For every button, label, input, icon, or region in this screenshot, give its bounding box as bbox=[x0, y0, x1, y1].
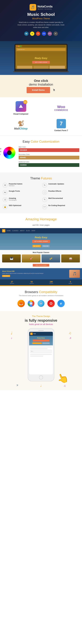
hero-subtitle: WordPress Theme bbox=[3, 18, 79, 20]
main-color-row: Main Color: #DA4E45 bbox=[19, 146, 79, 152]
phone-input: En... bbox=[30, 350, 52, 353]
futures-item-docs: ✎ Well Documented bbox=[42, 197, 79, 202]
secondary-color-bar[interactable]: #DA4E1 bbox=[19, 156, 79, 160]
updates-text: Automatic Updates bbox=[48, 183, 64, 185]
safari-icon bbox=[38, 300, 45, 307]
color-section-heading: Easy Color Customization bbox=[3, 140, 79, 144]
phone-line-2 bbox=[30, 348, 48, 349]
browsers-row: 🦊 bbox=[3, 300, 79, 307]
stat-courses: 190 Courses bbox=[49, 281, 53, 284]
preview-card-1: 🎹 bbox=[2, 254, 21, 262]
stat-awards-num: 5 bbox=[69, 281, 72, 283]
nav-shop: SHOP bbox=[32, 230, 35, 232]
contact-form-7-plugin: 7 Contact Form 7 bbox=[43, 119, 79, 132]
futures-item-updates: ↻ Automatic Updates bbox=[42, 183, 79, 188]
plugins-section: 534 Visual Composer Woo COMMERCE 🐒 MailC… bbox=[0, 97, 82, 136]
firefox-icon: 🦊 bbox=[18, 300, 25, 307]
hero-logo: 🎵 NotaCorda music school bbox=[3, 4, 79, 11]
updates-title: Automatic Updates bbox=[48, 183, 64, 185]
admin-subtitle: Interface bbox=[9, 185, 22, 186]
stat-teachers: 54 Teachers bbox=[30, 281, 34, 284]
stat-awards-label: Awards bbox=[69, 283, 72, 284]
mailchimp-label: MailChimp bbox=[14, 127, 28, 130]
stat-teachers-label: Teachers bbox=[30, 283, 34, 284]
opera-icon: O bbox=[48, 300, 55, 307]
phone-line-3 bbox=[30, 354, 52, 355]
futures-item-seo: 🔒 SEO Optimized bbox=[3, 204, 40, 209]
nav-blog: BLOG bbox=[26, 230, 30, 232]
fonts-icon: Ac bbox=[3, 190, 8, 195]
card-img-2: 🎸 bbox=[22, 254, 40, 262]
phone-logo: N bbox=[30, 332, 32, 335]
vc-badge: 534 bbox=[23, 100, 27, 104]
visual-composer-plugin: 534 Visual Composer bbox=[3, 101, 39, 115]
theme-futures-section: Theme Futures ⚙ Powerfull Admin Interfac… bbox=[0, 172, 82, 213]
phone-mockup: N Nota Realy Easy bbox=[28, 328, 54, 382]
phone-screen: N Nota Realy Easy bbox=[29, 332, 53, 374]
cf7-label: Contact Form 7 bbox=[54, 129, 68, 132]
hero-title: Music School bbox=[3, 12, 79, 17]
phone-nav: N Nota bbox=[29, 332, 53, 336]
homepages-text: Amazing Homepages bbox=[9, 197, 17, 201]
preview-cta-button: GET A FREE LESSON bbox=[32, 240, 50, 243]
mailchimp-icon: 🐒 bbox=[18, 120, 24, 126]
preview-nav: N HOME CLASSES ABOUT BLOG SHOP bbox=[0, 228, 82, 234]
futures-title: Theme Futures bbox=[30, 176, 52, 180]
music-notes-left: ♩ ♪ bbox=[11, 331, 12, 340]
one-click-section: One click demo Installation Install Demo… bbox=[0, 75, 82, 97]
homepage-header: Amazing Homepage and 32+ inner pages bbox=[0, 213, 82, 228]
preview-btn-2: More info bbox=[42, 245, 50, 247]
additional-color-row: Additional Color: #G25034 bbox=[19, 161, 79, 167]
additional-color-label: Additional Color: bbox=[19, 161, 79, 163]
preview-cards: 🎹 🎸 🎺 🥁 bbox=[2, 254, 80, 262]
woocommerce-plugin: Woo COMMERCE bbox=[43, 105, 79, 112]
color-numbers: 240 306 94 bbox=[0, 148, 1, 156]
about-desc: Lorem ipsum dolor sit amet consectetur a… bbox=[2, 272, 68, 274]
stat-students-label: Students bbox=[10, 283, 14, 284]
color-wheel[interactable] bbox=[3, 147, 15, 159]
responsive-looks: looks great on all devices bbox=[8, 323, 74, 326]
responsive-content: The Theme Design is fully responsive loo… bbox=[3, 315, 79, 382]
responsive-main-title: is fully responsive bbox=[8, 318, 74, 322]
card-img-1: 🎹 bbox=[2, 254, 21, 262]
install-demo-button[interactable]: Install Demo bbox=[26, 87, 50, 93]
html5-icon: H5 bbox=[36, 32, 40, 36]
hero-section: 🎵 NotaCorda music school Music School Wo… bbox=[0, 0, 82, 41]
visual-composer-label: Visual Composer bbox=[13, 113, 28, 115]
preview-classes-section: Most Popular Classes 🎹 🎸 🎺 🥁 VIEW ALL CL… bbox=[0, 250, 82, 268]
phone-speaker bbox=[38, 330, 44, 331]
phone-nav-text: Nota bbox=[34, 333, 36, 334]
homepages-subtitle: Homepages bbox=[9, 199, 17, 201]
ie-icon: e bbox=[57, 300, 65, 307]
color-customization-text: Color Customization bbox=[30, 140, 59, 143]
preview-hero-title: Realy Easy bbox=[3, 236, 79, 239]
card-img-3: 🎺 bbox=[42, 254, 60, 262]
nav-home: HOME bbox=[7, 230, 11, 232]
preview-btn-1: ▶ Lessons bbox=[32, 245, 41, 247]
woo-logo-container: Woo COMMERCE bbox=[54, 105, 68, 112]
color-number-1: 240 bbox=[0, 148, 1, 150]
phone-home-button[interactable] bbox=[39, 376, 43, 380]
nav-classes: CLASSES bbox=[12, 230, 18, 232]
wordpress-icon: W bbox=[24, 32, 28, 36]
preview-card-2: 🎸 bbox=[22, 254, 40, 262]
about-text: About School 590 Lorem ipsum dolor sit a… bbox=[2, 270, 68, 277]
docs-text: Well Documented bbox=[48, 197, 63, 199]
easy-text: Easy bbox=[23, 140, 30, 143]
color-number-3: 94 bbox=[0, 153, 1, 156]
seo-icon: 🔒 bbox=[3, 204, 8, 209]
note-icon-2: ♫ bbox=[64, 384, 66, 388]
phone-hero: Realy Easy bbox=[29, 336, 53, 345]
secondary-color-label: Secondary Color: bbox=[19, 154, 79, 155]
laptop-screen-text: Realy Easy bbox=[17, 57, 65, 60]
commerce-text: COMMERCE bbox=[54, 109, 68, 112]
preview-logo: N bbox=[2, 229, 5, 232]
additional-color-bar[interactable]: #G25034 bbox=[19, 163, 79, 167]
preview-hero-area: Realy Easy GET A FREE LESSON ▶ Lessons M… bbox=[0, 234, 82, 250]
bass-clef-icon: 𝄢 bbox=[16, 384, 18, 388]
browsers-text: Browsers bbox=[25, 290, 38, 294]
main-color-label: Main Color: bbox=[19, 146, 79, 148]
futures-item-homepages: ⊡ Amazing Homepages bbox=[3, 197, 40, 202]
stat-courses-num: 190 bbox=[49, 281, 53, 283]
main-color-bar[interactable]: #DA4E45 bbox=[19, 148, 79, 152]
